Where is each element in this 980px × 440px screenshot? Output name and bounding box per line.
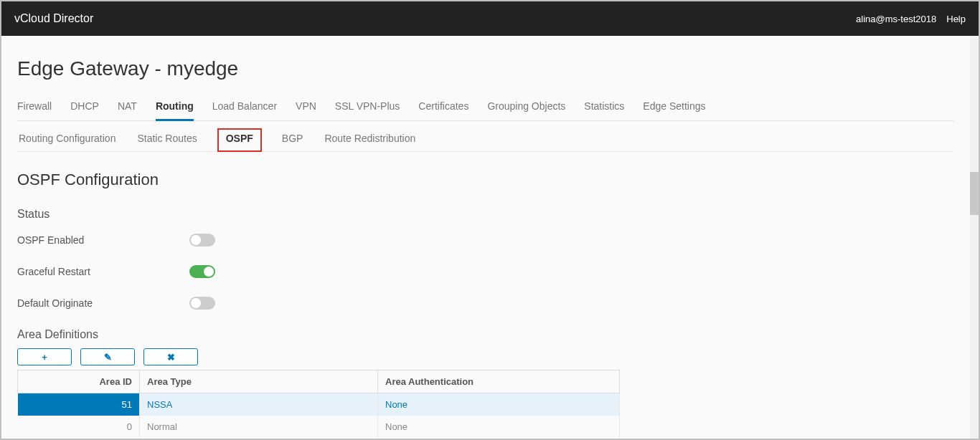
col-area-type[interactable]: Area Type bbox=[140, 370, 378, 393]
top-right: alina@ms-test2018 Help bbox=[856, 14, 966, 24]
top-bar: vCloud Director alina@ms-test2018 Help bbox=[1, 1, 979, 36]
table-header-row: Area ID Area Type Area Authentication bbox=[18, 370, 620, 393]
form-label: Graceful Restart bbox=[17, 266, 189, 277]
subtab-static-routes[interactable]: Static Routes bbox=[136, 128, 198, 151]
table-row[interactable]: 51NSSANone bbox=[18, 393, 620, 416]
help-link[interactable]: Help bbox=[946, 14, 966, 24]
area-action-buttons: + ✎ ✖ bbox=[17, 348, 954, 365]
table-body: 51NSSANone0NormalNone bbox=[18, 393, 620, 439]
cell-area-type: NSSA bbox=[140, 393, 378, 416]
delete-icon: ✖ bbox=[167, 352, 175, 363]
tab-ssl-vpn-plus[interactable]: SSL VPN-Plus bbox=[335, 96, 400, 120]
cell-area-id: 51 bbox=[18, 393, 140, 416]
form-label: OSPF Enabled bbox=[17, 234, 189, 246]
area-definitions-heading: Area Definitions bbox=[17, 328, 954, 341]
delete-button[interactable]: ✖ bbox=[143, 348, 198, 365]
tab-dhcp[interactable]: DHCP bbox=[70, 96, 99, 120]
form-row: Default Originate bbox=[17, 297, 954, 310]
cell-area-type: Normal bbox=[140, 416, 378, 438]
toggle-graceful-restart[interactable] bbox=[189, 265, 215, 278]
col-area-auth[interactable]: Area Authentication bbox=[378, 370, 620, 393]
status-rows: OSPF EnabledGraceful RestartDefault Orig… bbox=[17, 234, 954, 310]
add-button[interactable]: + bbox=[17, 348, 72, 365]
tab-grouping-objects[interactable]: Grouping Objects bbox=[487, 96, 565, 120]
tab-firewall[interactable]: Firewall bbox=[17, 96, 52, 120]
toggle-default-originate[interactable] bbox=[189, 297, 215, 310]
brand: vCloud Director bbox=[14, 12, 93, 25]
tab-statistics[interactable]: Statistics bbox=[584, 96, 624, 120]
tab-edge-settings[interactable]: Edge Settings bbox=[643, 96, 705, 120]
main-tabs: FirewallDHCPNATRoutingLoad BalancerVPNSS… bbox=[17, 96, 954, 121]
tab-certificates[interactable]: Certificates bbox=[418, 96, 468, 120]
edit-icon: ✎ bbox=[104, 352, 112, 363]
content-area: Edge Gateway - myedge FirewallDHCPNATRou… bbox=[1, 36, 970, 439]
user-link[interactable]: alina@ms-test2018 bbox=[856, 14, 936, 24]
plus-icon: + bbox=[42, 352, 47, 363]
sub-tabs: Routing ConfigurationStatic RoutesOSPFBG… bbox=[17, 128, 954, 152]
toggle-ospf-enabled[interactable] bbox=[189, 234, 215, 247]
scrollbar[interactable] bbox=[970, 36, 979, 439]
subtab-ospf[interactable]: OSPF bbox=[217, 128, 262, 152]
cell-area-auth: None bbox=[378, 416, 620, 438]
status-heading: Status bbox=[17, 208, 954, 221]
subtab-route-redistribution[interactable]: Route Redistribution bbox=[323, 128, 417, 151]
section-title: OSPF Configuration bbox=[17, 171, 954, 189]
app-frame: vCloud Director alina@ms-test2018 Help E… bbox=[1, 1, 979, 439]
edit-button[interactable]: ✎ bbox=[80, 348, 135, 365]
scrollbar-thumb[interactable] bbox=[970, 172, 979, 215]
area-table: Area ID Area Type Area Authentication 51… bbox=[17, 370, 620, 438]
tab-load-balancer[interactable]: Load Balancer bbox=[212, 96, 277, 120]
page-title: Edge Gateway - myedge bbox=[17, 57, 954, 80]
form-label: Default Originate bbox=[17, 297, 189, 309]
subtab-bgp[interactable]: BGP bbox=[281, 128, 305, 151]
cell-area-auth: None bbox=[378, 393, 620, 416]
form-row: OSPF Enabled bbox=[17, 234, 954, 247]
col-area-id[interactable]: Area ID bbox=[18, 370, 140, 393]
cell-area-id: 0 bbox=[18, 416, 140, 438]
subtab-routing-configuration[interactable]: Routing Configuration bbox=[17, 128, 117, 151]
tab-routing[interactable]: Routing bbox=[156, 96, 194, 121]
tab-nat[interactable]: NAT bbox=[118, 96, 137, 120]
table-row[interactable]: 0NormalNone bbox=[18, 416, 620, 438]
tab-vpn[interactable]: VPN bbox=[296, 96, 316, 120]
form-row: Graceful Restart bbox=[17, 265, 954, 278]
